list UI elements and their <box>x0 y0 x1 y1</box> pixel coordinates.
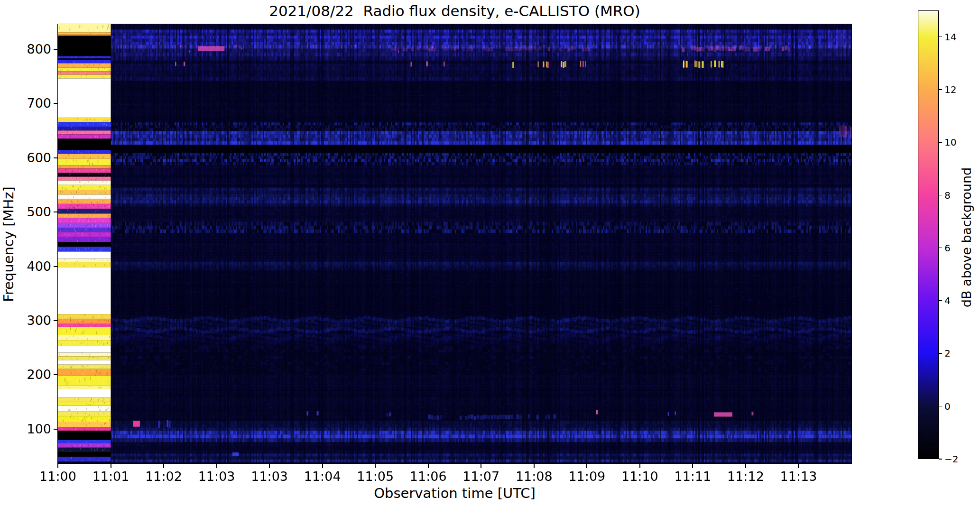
x-tick-mark <box>163 464 164 468</box>
x-tick-label: 11:05 <box>347 469 404 484</box>
x-tick-label: 11:06 <box>400 469 457 484</box>
y-tick-label: 800 <box>0 42 51 56</box>
y-tick-mark <box>54 103 57 104</box>
y-tick-mark <box>54 429 57 430</box>
x-tick-mark <box>375 464 376 468</box>
x-tick-mark <box>639 464 640 468</box>
colorbar-tick-label: 4 <box>944 296 951 305</box>
colorbar <box>918 10 939 459</box>
spectrogram-figure: 2021/08/22 Radio flux density, e-CALLIST… <box>0 0 980 506</box>
x-tick-mark <box>534 464 535 468</box>
colorbar-tick-label: 10 <box>944 138 956 147</box>
colorbar-tick-label: 2 <box>944 349 951 358</box>
colorbar-tick-mark <box>939 37 942 37</box>
x-axis-label: Observation time [UTC] <box>58 485 851 501</box>
colorbar-label: dB above background <box>959 129 974 347</box>
colorbar-tick-label: 6 <box>944 243 951 253</box>
colorbar-tick-label: 8 <box>944 191 951 200</box>
x-tick-label: 11:09 <box>558 469 615 484</box>
x-tick-label: 11:08 <box>506 469 563 484</box>
colorbar-tick-mark <box>939 142 942 143</box>
x-tick-mark <box>428 464 429 468</box>
x-tick-label: 11:11 <box>664 469 721 484</box>
y-tick-mark <box>54 374 57 375</box>
spectrogram-canvas <box>58 24 851 463</box>
x-tick-label: 11:01 <box>83 469 139 484</box>
colorbar-tick-label: 0 <box>944 402 951 411</box>
x-tick-mark <box>269 464 270 468</box>
colorbar-tick-mark <box>939 89 942 90</box>
chart-title: 2021/08/22 Radio flux density, e-CALLIST… <box>58 2 851 19</box>
x-tick-label: 11:10 <box>611 469 668 484</box>
x-tick-label: 11:12 <box>717 469 774 484</box>
colorbar-tick-label: 12 <box>944 85 956 94</box>
colorbar-tick-mark <box>939 353 942 354</box>
y-tick-mark <box>54 157 57 158</box>
y-tick-label: 700 <box>0 96 51 110</box>
y-tick-mark <box>54 212 57 212</box>
x-tick-mark <box>745 464 746 468</box>
colorbar-tick-label: −2 <box>944 454 958 464</box>
colorbar-tick-mark <box>939 248 942 248</box>
x-tick-label: 11:13 <box>770 469 827 484</box>
y-tick-label: 200 <box>0 367 51 382</box>
x-tick-label: 11:02 <box>135 469 192 484</box>
y-axis-label: Frequency [MHz] <box>0 135 17 353</box>
x-tick-label: 11:07 <box>453 469 509 484</box>
x-tick-mark <box>481 464 481 468</box>
x-tick-mark <box>111 464 111 468</box>
x-tick-mark <box>798 464 799 468</box>
x-tick-label: 11:03 <box>241 469 298 484</box>
y-tick-mark <box>54 320 57 321</box>
x-tick-label: 11:00 <box>29 469 86 484</box>
colorbar-tick-mark <box>939 300 942 301</box>
x-tick-mark <box>692 464 693 468</box>
x-tick-mark <box>216 464 217 468</box>
colorbar-tick-mark <box>939 195 942 196</box>
x-tick-mark <box>586 464 587 468</box>
colorbar-tick-mark <box>939 406 942 407</box>
colorbar-tick-label: 14 <box>944 32 956 42</box>
x-tick-mark <box>322 464 323 468</box>
y-tick-mark <box>54 266 57 267</box>
y-tick-label: 100 <box>0 422 51 436</box>
colorbar-tick-mark <box>939 459 942 460</box>
x-tick-mark <box>57 464 58 468</box>
x-tick-label: 11:03 <box>188 469 245 484</box>
x-tick-label: 11:04 <box>294 469 351 484</box>
y-tick-mark <box>54 49 57 50</box>
